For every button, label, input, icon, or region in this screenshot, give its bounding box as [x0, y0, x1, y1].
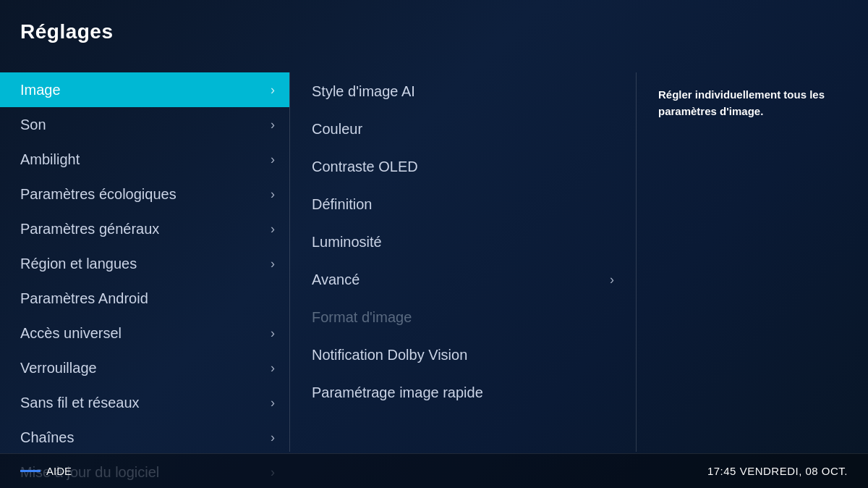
chevron-right-icon: › [271, 222, 275, 237]
center-item-label: Style d'image AI [312, 83, 415, 100]
sidebar-item-parametres-android[interactable]: Paramètres Android [0, 281, 289, 316]
sidebar-item-label: Ambilight [20, 151, 80, 168]
center-item-label: Notification Dolby Vision [312, 347, 467, 363]
chevron-right-icon: › [271, 256, 275, 272]
center-item-notification-dolby[interactable]: Notification Dolby Vision [290, 336, 636, 374]
sidebar-item-image[interactable]: Image › [0, 72, 289, 107]
sidebar-item-label: Région et langues [20, 256, 137, 272]
center-item-label: Luminosité [312, 234, 382, 251]
chevron-right-icon: › [271, 361, 275, 376]
page-title: Réglages [20, 20, 114, 43]
sidebar-item-parametres-generaux[interactable]: Paramètres généraux › [0, 211, 289, 246]
sidebar-item-label: Sans fil et réseaux [20, 395, 140, 411]
chevron-right-icon: › [271, 430, 275, 445]
bottom-bar: AIDE 17:45 VENDREDI, 08 OCT. [0, 453, 868, 488]
sidebar-item-label: Verrouillage [20, 360, 97, 376]
aide-label: AIDE [46, 465, 72, 477]
aide-line-icon [20, 470, 41, 472]
chevron-right-icon: › [271, 187, 275, 202]
sidebar-item-parametres-ecologiques[interactable]: Paramètres écologiques › [0, 177, 289, 211]
sidebar-item-ambilight[interactable]: Ambilight › [0, 142, 289, 177]
center-item-label: Avancé [312, 272, 359, 288]
sidebar-item-acces-universel[interactable]: Accès universel › [0, 316, 289, 350]
sidebar-item-label: Paramètres généraux [20, 221, 159, 237]
sidebar-item-label: Accès universel [20, 325, 122, 342]
center-panel: Style d'image AI Couleur Contraste OLED … [290, 72, 636, 452]
center-item-label: Format d'image [312, 309, 412, 326]
right-info-panel: Régler individuellement tous les paramèt… [637, 72, 868, 452]
chevron-right-icon: › [271, 152, 275, 167]
chevron-right-icon: › [610, 272, 614, 287]
sidebar-item-label: Paramètres écologiques [20, 186, 176, 203]
center-item-parametrage-rapide[interactable]: Paramétrage image rapide [290, 374, 636, 411]
info-text: Régler individuellement tous les paramèt… [658, 87, 846, 119]
chevron-right-icon: › [271, 83, 275, 98]
main-layout: Image › Son › Ambilight › Paramètres éco… [0, 72, 868, 452]
sidebar-item-region-langues[interactable]: Région et langues › [0, 246, 289, 281]
sidebar-item-label: Paramètres Android [20, 290, 148, 307]
center-item-label: Paramétrage image rapide [312, 384, 483, 401]
sidebar-item-verrouillage[interactable]: Verrouillage › [0, 350, 289, 385]
sidebar-item-label: Image [20, 82, 61, 98]
datetime-display: 17:45 VENDREDI, 08 OCT. [707, 465, 848, 477]
sidebar-item-son[interactable]: Son › [0, 107, 289, 142]
center-item-contraste-oled[interactable]: Contraste OLED [290, 148, 636, 185]
center-item-avance[interactable]: Avancé › [290, 261, 636, 298]
sidebar-item-chaines[interactable]: Chaînes › [0, 420, 289, 455]
chevron-right-icon: › [271, 326, 275, 341]
chevron-right-icon: › [271, 117, 275, 132]
aide-button[interactable]: AIDE [20, 465, 72, 477]
center-item-couleur[interactable]: Couleur [290, 110, 636, 148]
center-item-definition[interactable]: Définition [290, 185, 636, 223]
center-item-label: Couleur [312, 121, 362, 138]
center-item-style-image-ai[interactable]: Style d'image AI [290, 72, 636, 110]
sidebar-item-sans-fil[interactable]: Sans fil et réseaux › [0, 385, 289, 420]
sidebar-item-label: Son [20, 117, 46, 133]
center-item-label: Contraste OLED [312, 159, 418, 175]
sidebar: Image › Son › Ambilight › Paramètres éco… [0, 72, 289, 452]
sidebar-item-label: Chaînes [20, 429, 75, 446]
center-item-luminosite[interactable]: Luminosité [290, 223, 636, 261]
chevron-right-icon: › [271, 395, 275, 411]
center-item-label: Définition [312, 196, 372, 213]
center-item-format-image: Format d'image [290, 298, 636, 336]
